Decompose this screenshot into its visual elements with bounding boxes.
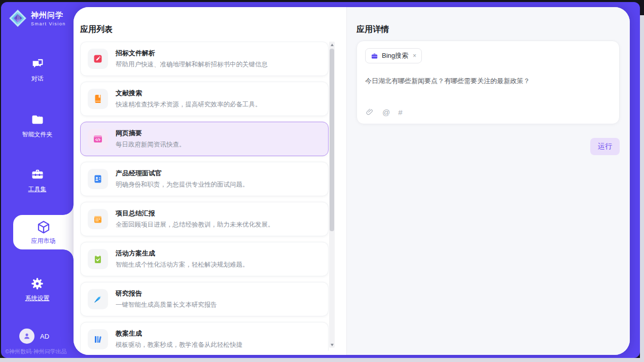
tag-label: Bing搜索: [382, 51, 408, 60]
scrollbar-thumb[interactable]: [330, 49, 334, 231]
sidebar-item-label: 应用市场: [31, 237, 56, 245]
gear-icon: [30, 277, 44, 291]
app-card-desc: 每日政府新闻资讯快查。: [116, 140, 186, 149]
sidebar-item-label: 智能文件夹: [22, 130, 53, 139]
app-card-research-report[interactable]: 研究报告 一键智能生成高质量长文本研究报告: [80, 282, 329, 316]
brand-name: 神州问学: [31, 11, 66, 20]
app-card-pm-interviewer[interactable]: 产品经理面试官 明确身份和职责，为您提供专业性的面试问题。: [80, 162, 329, 196]
sidebar-item-app-market[interactable]: 应用市场: [13, 215, 74, 249]
app-card-title: 招标文件解析: [116, 49, 268, 58]
mention-icon[interactable]: @: [382, 108, 390, 117]
lesson-icon: [88, 329, 108, 349]
webpage-icon: [88, 129, 108, 149]
app-card-title: 研究报告: [116, 289, 217, 298]
app-card-lesson-plan[interactable]: 教案生成 模板驱动，教案秒成，教学准备从此轻松快捷: [80, 322, 329, 351]
folder-icon: [30, 113, 45, 127]
copyright-footer: ©神州数码·神州问学出品: [5, 348, 76, 355]
tool-tag-bing-search[interactable]: Bing搜索 ×: [365, 48, 422, 63]
app-detail-section: 应用详情 Bing搜索 × 今日湖北有哪些新闻要点？有哪些需要关注的最新政策？: [346, 7, 630, 355]
app-card-event-plan[interactable]: 活动方案生成 智能生成个性化活动方案，轻松解决规划难题。: [80, 242, 329, 276]
app-card-title: 活动方案生成: [116, 249, 249, 258]
app-card-title: 文献搜索: [116, 89, 262, 98]
tag-close-icon[interactable]: ×: [413, 52, 416, 59]
book-icon: [88, 89, 108, 109]
sidebar-item-chat[interactable]: 对话: [1, 57, 74, 83]
list-scrollbar[interactable]: [329, 42, 335, 348]
app-card-title: 网页摘要: [116, 129, 186, 138]
main-panel: 应用列表 招标文件解析 帮助用户快速、准确地理解和解析招标书中的关键信息: [74, 7, 630, 355]
app-card-project-summary[interactable]: 项目总结汇报 全面回顾项目进展，总结经验教训，助力未来优化发展。: [80, 202, 329, 236]
interview-icon: [88, 169, 108, 189]
app-list: 招标文件解析 帮助用户快速、准确地理解和解析招标书中的关键信息 文献搜索: [80, 42, 329, 351]
sidebar-item-toolset[interactable]: 工具集: [1, 167, 74, 194]
briefcase-icon: [371, 52, 378, 60]
sidebar-item-label: 对话: [31, 75, 44, 83]
cube-icon: [36, 220, 51, 235]
run-button[interactable]: 运行: [590, 138, 620, 155]
app-card-desc: 一键智能生成高质量长文本研究报告: [116, 301, 217, 309]
plan-icon: [88, 249, 108, 269]
sidebar-item-smart-folder[interactable]: 智能文件夹: [1, 113, 74, 139]
sidebar-item-label: 系统设置: [25, 294, 50, 303]
sidebar-item-settings[interactable]: 系统设置: [1, 277, 74, 303]
window-edge-bottom: [0, 358, 644, 362]
window-edge-right: [640, 15, 644, 362]
app-card-desc: 全面回顾项目进展，总结经验教训，助力未来优化发展。: [116, 221, 274, 229]
brand-logo: 神州问学 Smart Vision: [8, 9, 66, 28]
sidebar: 神州问学 Smart Vision 对话 智能文件夹: [1, 2, 74, 358]
diamond-logo-icon: [8, 9, 27, 28]
bid-doc-icon: [88, 49, 108, 69]
app-card-desc: 模板驱动，教案秒成，教学准备从此轻松快捷: [116, 341, 242, 349]
user-account[interactable]: AD: [19, 329, 49, 344]
app-card-desc: 明确身份和职责，为您提供专业性的面试问题。: [116, 180, 249, 189]
app-list-section: 应用列表 招标文件解析 帮助用户快速、准确地理解和解析招标书中的关键信息: [74, 7, 346, 355]
app-card-title: 产品经理面试官: [116, 169, 249, 178]
toolbox-icon: [30, 167, 45, 182]
app-card-title: 教案生成: [116, 329, 242, 338]
app-list-title: 应用列表: [80, 24, 113, 35]
user-initials: AD: [40, 333, 49, 340]
app-detail-title: 应用详情: [356, 24, 389, 35]
prompt-toolbar: @ #: [365, 107, 403, 117]
app-card-webpage-summary[interactable]: 网页摘要 每日政府新闻资讯快查。: [80, 122, 329, 156]
app-card-desc: 帮助用户快速、准确地理解和解析招标书中的关键信息: [116, 60, 268, 69]
prompt-text[interactable]: 今日湖北有哪些新闻要点？有哪些需要关注的最新政策？: [365, 77, 611, 86]
app-card-title: 项目总结汇报: [116, 209, 274, 218]
sidebar-item-label: 工具集: [28, 185, 47, 194]
app-card-literature-search[interactable]: 文献搜索 快速精准查找学术资源，提高研究效率的必备工具。: [80, 82, 329, 116]
chat-icon: [30, 57, 45, 71]
research-icon: [88, 289, 108, 309]
app-card-bid-parse[interactable]: 招标文件解析 帮助用户快速、准确地理解和解析招标书中的关键信息: [80, 42, 329, 76]
avatar: [19, 329, 34, 344]
scroll-down-icon[interactable]: [329, 342, 335, 348]
hash-icon[interactable]: #: [398, 108, 402, 117]
app-window: 神州问学 Smart Vision 对话 智能文件夹: [1, 2, 640, 358]
scroll-up-icon[interactable]: [329, 42, 335, 48]
attachment-icon[interactable]: [365, 107, 374, 117]
brand-tagline: Smart Vision: [31, 21, 66, 26]
app-card-desc: 快速精准查找学术资源，提高研究效率的必备工具。: [116, 100, 262, 109]
summary-icon: [88, 209, 108, 229]
person-icon: [22, 332, 31, 341]
prompt-card[interactable]: Bing搜索 × 今日湖北有哪些新闻要点？有哪些需要关注的最新政策？ @ #: [356, 41, 620, 124]
app-card-desc: 智能生成个性化活动方案，轻松解决规划难题。: [116, 261, 249, 269]
